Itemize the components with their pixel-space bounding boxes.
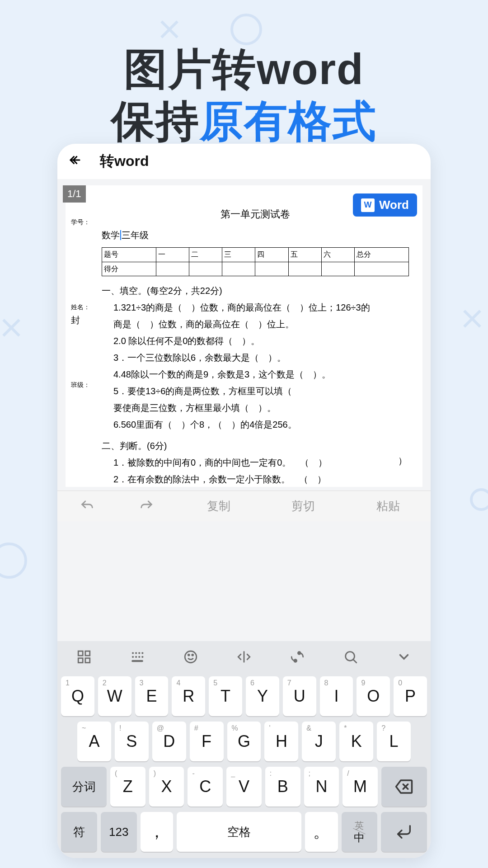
key-k[interactable]: *K [339,722,373,761]
key-b[interactable]: :B [265,767,300,807]
collapse-keyboard-icon[interactable] [377,649,431,665]
cursor-move-icon[interactable] [217,649,271,665]
key-p[interactable]: 0P [394,676,427,716]
svg-point-10 [132,656,134,658]
svg-rect-5 [85,658,90,663]
key-v[interactable]: _V [226,767,262,807]
key-u[interactable]: 7U [283,676,316,716]
bg-shape [0,542,27,579]
key-e[interactable]: 3E [135,676,169,716]
app-header: 转word [57,144,431,179]
doc-question: 6.560里面有（ ）个8，（ ）的4倍是256。 [113,417,409,432]
key-a[interactable]: ~A [77,722,111,761]
svg-point-16 [188,654,189,656]
doc-question: 3．一个三位数除以6，余数最大是（ ）。 [113,350,409,365]
export-word-button[interactable]: W Word [353,193,417,217]
keyboard-keys: 1Q2W3E4R5T6Y7U8I9O0P ~A!S@D#F%G'H&J*K?L … [57,673,431,858]
backspace-icon [394,777,413,796]
svg-point-15 [185,651,197,663]
key-j[interactable]: &J [302,722,336,761]
document-content[interactable]: 学号： 姓名： 封 班级： 第一单元测试卷 数学三年级 题号一二三四五六总分 得… [66,185,422,487]
soft-keyboard: 1Q2W3E4R5T6Y7U8I9O0P ~A!S@D#F%G'H&J*K?L … [57,641,431,858]
key-backspace[interactable] [381,767,427,807]
keyboard-layout-icon[interactable] [111,649,164,665]
key-r[interactable]: 4R [172,676,205,716]
word-button-label: Word [379,198,409,212]
doc-section-2-title: 二、判断。(6分) [102,439,409,453]
bg-shape [0,316,23,339]
key-d[interactable]: @D [152,722,186,761]
emoji-icon[interactable] [164,649,217,665]
bg-shape [158,18,181,41]
svg-point-8 [138,652,140,654]
key-comma[interactable]: ， [141,812,174,852]
paste-button[interactable]: 粘贴 [346,491,431,521]
key-h[interactable]: 'H [264,722,298,761]
margin-label-xuehao: 学号： [71,217,90,227]
svg-point-9 [141,652,143,654]
key-space[interactable]: 空格 [177,812,301,852]
grid-icon[interactable] [57,649,111,665]
doc-question: 要使商是三位数，方框里最小填（ ）。 [113,401,409,415]
key-t[interactable]: 5T [209,676,242,716]
headline-line2: 保持原有格式 [0,95,488,147]
svg-point-20 [298,652,300,655]
svg-rect-2 [78,651,83,656]
return-icon [395,823,413,841]
doc-question: 商是（ ）位数，商的最高位在（ ）位上。 [113,317,409,332]
key-c[interactable]: -C [188,767,223,807]
key-return[interactable] [381,812,427,852]
score-table: 题号一二三四五六总分 得分 [102,247,409,276]
bg-shape [461,307,483,330]
redo-button[interactable] [117,491,176,521]
table-row: 题号一二三四五六总分 [102,248,409,262]
undo-icon [80,499,95,514]
key-s[interactable]: !S [115,722,149,761]
phone-mockup: 转word 1/1 W Word 学号： 姓名： 封 班级： 第一单元测试卷 数… [57,144,431,858]
key-y[interactable]: 6Y [246,676,279,716]
key-n[interactable]: ;N [304,767,339,807]
doc-section-1-title: 一、填空。(每空2分，共22分) [102,283,409,298]
document-area[interactable]: 1/1 W Word 学号： 姓名： 封 班级： 第一单元测试卷 数学三年级 题… [57,179,431,491]
page-title: 转word [100,151,149,171]
margin-label-banji: 班级： [71,380,90,390]
key-m[interactable]: /M [343,767,378,807]
redo-icon [139,499,154,514]
key-x[interactable]: )X [149,767,184,807]
back-button[interactable] [68,153,82,170]
search-icon[interactable] [324,649,377,665]
key-f[interactable]: #F [190,722,224,761]
key-period[interactable]: 。 [305,812,338,852]
undo-button[interactable] [57,491,117,521]
key-language-toggle[interactable]: 英中 [342,812,378,852]
key-q[interactable]: 1Q [61,676,94,716]
doc-question: 2．在有余数的除法中，余数一定小于除数。 （ ） [113,472,409,487]
word-icon: W [361,198,375,212]
key-l[interactable]: ?L [377,722,411,761]
page-indicator: 1/1 [63,185,86,203]
svg-rect-3 [85,651,90,656]
copy-button[interactable]: 复制 [176,491,261,521]
key-i[interactable]: 8I [320,676,353,716]
key-o[interactable]: 9O [357,676,390,716]
key-g[interactable]: %G [227,722,261,761]
svg-rect-14 [131,660,143,662]
svg-point-7 [135,652,137,654]
svg-line-22 [353,660,357,663]
svg-point-6 [132,652,134,654]
cut-button[interactable]: 剪切 [261,491,346,521]
key-w[interactable]: 2W [98,676,131,716]
edit-action-bar: 复制 剪切 粘贴 [57,491,431,521]
key-fenci[interactable]: 分词 [61,767,107,807]
voice-icon[interactable] [271,649,324,665]
key-symbol[interactable]: 符 [61,812,97,852]
doc-question: 1.321÷3的商是（ ）位数，商的最高位在（ ）位上；126÷3的 [113,300,409,315]
subject-line[interactable]: 数学三年级 [102,228,409,243]
key-z[interactable]: (Z [110,767,145,807]
headline-line1: 图片转word [0,43,488,95]
doc-paren-right: ） [398,453,409,470]
margin-label-feng: 封 [71,313,80,328]
doc-question: 4.48除以一个数的商是9，余数是3，这个数是（ ）。 [113,367,409,382]
key-123[interactable]: 123 [101,812,137,852]
doc-question: 2.0 除以任何不是0的数都得（ ）。 [113,334,409,349]
